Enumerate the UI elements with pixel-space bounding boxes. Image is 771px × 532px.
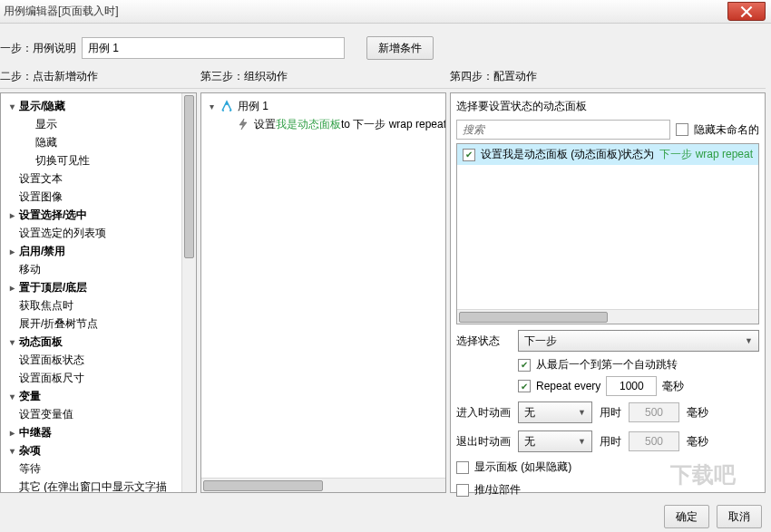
tree-item[interactable]: 设置选定的列表项 [3,224,194,242]
tree-item[interactable]: ▸设置选择/选中 [3,206,194,224]
chevron-down-icon: ▼ [578,408,586,417]
horizontal-scrollbar[interactable] [201,478,445,492]
exit-anim-select[interactable]: 无 ▼ [518,430,592,452]
tree-item[interactable]: ▸中继器 [3,423,194,441]
enter-anim-select[interactable]: 无 ▼ [518,401,592,423]
tree-item-label: 变量 [19,389,41,404]
chevron-down-icon: ▾ [207,101,218,111]
close-button[interactable] [727,2,766,21]
repeat-checkbox[interactable]: ✔ [518,380,531,392]
cancel-button[interactable]: 取消 [717,505,762,528]
tree-item[interactable]: 设置文本 [3,169,194,188]
item-checkbox[interactable]: ✔ [463,149,475,161]
tree-item[interactable]: 展开/折叠树节点 [3,314,194,333]
tree-item-label: 其它 (在弹出窗口中显示文字描 [19,479,167,493]
tree-item-label: 设置图像 [19,189,63,205]
tree-item[interactable]: 设置面板尺寸 [3,369,194,387]
action-node[interactable]: 设置 我是动态面板 to 下一步 wrap repeat [203,115,444,133]
tree-item-label: 显示 [35,117,57,132]
list-h-scrollbar[interactable] [457,309,758,324]
tree-item[interactable]: ▾显示/隐藏 [3,97,194,115]
chevron-down-icon: ▼ [745,336,753,345]
show-panel-checkbox[interactable] [456,461,469,474]
tree-item-label: 设置选择/选中 [19,208,87,223]
duration-label-2: 用时 [600,434,621,450]
vertical-scrollbar[interactable] [181,93,196,492]
tree-item[interactable]: ▸启用/禁用 [3,242,194,260]
tree-item[interactable]: 移动 [3,260,194,278]
tree-item[interactable]: 设置变量值 [3,405,194,423]
tree-item[interactable]: 其它 (在弹出窗口中显示文字描 [3,478,194,492]
tree-item[interactable]: 隐藏 [3,133,194,151]
repeat-label: Repeat every [536,380,600,392]
tree-item-label: 获取焦点时 [19,298,73,314]
case-name-input[interactable] [82,37,345,59]
spacer-icon [6,264,17,275]
tree-item-label: 置于顶层/底层 [19,280,87,295]
tree-item[interactable]: 显示 [3,115,194,133]
close-icon [740,5,753,18]
state-select[interactable]: 下一步 ▼ [518,330,759,352]
tree-item-label: 设置面板尺寸 [19,371,84,386]
action-prefix: 设置 [254,117,276,132]
tree-item-label: 移动 [19,262,41,277]
chevron-down-icon: ▾ [6,445,17,456]
tree-item[interactable]: ▾变量 [3,387,194,405]
tree-item-label: 中继器 [19,425,52,440]
ms-label-2: 毫秒 [687,405,708,421]
tree-item-label: 动态面板 [19,334,63,350]
select-state-label: 选择状态 [456,334,511,349]
hide-unnamed-checkbox[interactable] [676,123,688,136]
tree-item-label: 切换可见性 [35,153,90,169]
ms-label-3: 毫秒 [687,434,708,450]
wrap-checkbox[interactable]: ✔ [518,359,531,372]
chevron-right-icon: ▸ [6,282,17,293]
window-title: 用例编辑器[页面载入时] [4,4,119,19]
tree-item-label: 设置文本 [19,171,63,187]
action-link[interactable]: 我是动态面板 [276,117,341,132]
step4-header: 第四步：配置动作 [450,69,766,84]
item-text: 设置我是动态面板 (动态面板)状态为 [481,147,654,162]
push-pull-checkbox[interactable] [456,484,469,497]
item-state-link[interactable]: 下一步 wrap repeat [659,147,753,162]
spacer-icon [23,119,34,130]
enter-anim-label: 进入时动画 [456,405,511,421]
spacer-icon [6,300,17,311]
tree-item-label: 显示/隐藏 [19,99,65,114]
spacer-icon [6,481,17,492]
tree-item[interactable]: 设置面板状态 [3,351,194,369]
add-condition-button[interactable]: 新增条件 [366,36,434,60]
chevron-down-icon: ▾ [6,391,17,401]
tree-item[interactable]: 切换可见性 [3,151,194,169]
tree-item[interactable]: 等待 [3,459,194,478]
configure-section-label: 选择要设置状态的动态面板 [456,97,759,116]
case-node[interactable]: ▾ 用例 1 [203,97,444,115]
ok-button[interactable]: 确定 [664,505,709,528]
tree-item[interactable]: ▾动态面板 [3,333,194,351]
enter-duration-input [629,402,679,422]
tree-item[interactable]: 获取焦点时 [3,296,194,314]
tree-item[interactable]: ▸置于顶层/底层 [3,278,194,296]
actions-tree[interactable]: ▾显示/隐藏显示隐藏切换可见性设置文本设置图像▸设置选择/选中设置选定的列表项▸… [1,93,196,492]
search-input[interactable] [456,120,670,140]
organize-panel: ▾ 用例 1 设置 我是动态面板 to 下一步 wrap repeat [200,92,446,493]
spacer-icon [6,354,17,365]
tree-item-label: 设置选定的列表项 [19,226,106,241]
chevron-down-icon: ▾ [6,336,17,347]
chevron-down-icon: ▾ [6,101,17,111]
repeat-interval-input[interactable] [606,376,657,396]
tree-item-label: 隐藏 [35,135,57,150]
tree-item[interactable]: 设置图像 [3,188,194,206]
case-label: 用例 1 [238,99,268,114]
tree-item-label: 启用/禁用 [19,244,65,259]
tree-item[interactable]: ▾杂项 [3,441,194,459]
duration-label-1: 用时 [600,405,621,421]
step1-row: 一步：用例说明 新增条件 [0,31,766,69]
exit-duration-input [629,431,679,451]
exit-anim-value: 无 [524,434,535,450]
show-panel-label: 显示面板 (如果隐藏) [474,459,571,475]
titlebar: 用例编辑器[页面载入时] [0,0,771,24]
hide-unnamed-label: 隐藏未命名的 [694,122,759,138]
panel-list-item[interactable]: ✔ 设置我是动态面板 (动态面板)状态为 下一步 wrap repeat [457,144,758,165]
state-value: 下一步 [524,334,557,349]
